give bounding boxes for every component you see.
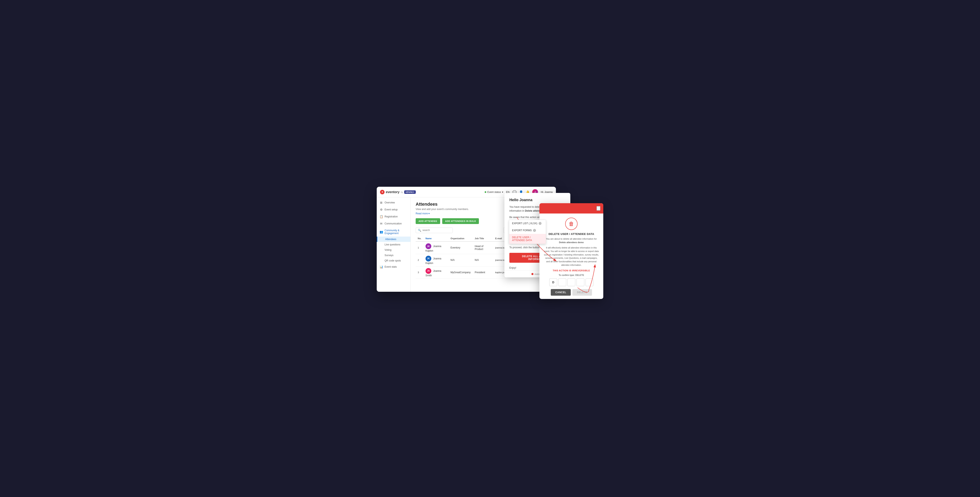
- dialog-body: 🗑 DELETE USER / ATTENDEE DATA You are ab…: [539, 213, 603, 299]
- search-input[interactable]: [422, 229, 450, 232]
- col-job-title[interactable]: Job Title: [473, 235, 493, 241]
- attendee-avatar: JS: [426, 268, 431, 274]
- sidebar-sub-label-qr-code-spots: QR code spots: [385, 259, 401, 262]
- sidebar-sub-label-voting: Voting: [385, 248, 391, 251]
- communication-icon: ✉: [380, 222, 383, 225]
- sidebar-item-overview[interactable]: ⊞ Overview: [377, 199, 410, 206]
- export-forms-item[interactable]: EXPORT FORMS ?: [509, 227, 546, 234]
- cell-name: JK Joanna Kaplon: [423, 254, 449, 266]
- cell-name: JS Joanna Smith: [423, 266, 449, 279]
- dialog-header: ✕: [539, 203, 603, 213]
- dialog-code-inputs: [544, 278, 599, 286]
- dialog-close-button[interactable]: ✕: [597, 206, 600, 211]
- sidebar-item-label-registration: Registration: [385, 215, 398, 218]
- cell-organization: Eventory: [449, 241, 473, 254]
- col-organization[interactable]: Organization: [449, 235, 473, 241]
- cell-organization: N/A: [449, 254, 473, 266]
- dialog-title: DELETE USER / ATTENDEE DATA: [544, 232, 599, 235]
- sidebar-sub-voting[interactable]: Voting: [377, 247, 410, 252]
- add-attendees-bulk-button[interactable]: ADD ATTENDEES IN BULK: [442, 218, 479, 224]
- attendee-avatar: JK: [426, 243, 431, 249]
- registration-icon: 📋: [380, 215, 383, 218]
- sidebar-sub-surveys[interactable]: Surveys: [377, 252, 410, 258]
- col-no: No.: [416, 235, 423, 241]
- sidebar-sub-qr-code-spots[interactable]: QR code spots: [377, 258, 410, 263]
- event-stats-icon: 📊: [380, 265, 383, 268]
- search-box: 🔍: [416, 227, 453, 233]
- cell-name: JK Joanna Kaplon: [423, 241, 449, 254]
- sidebar-item-communication[interactable]: ✉ Communication: [377, 220, 410, 227]
- community-icon: 👥: [380, 230, 383, 233]
- dialog-irreversible: THIS ACTION IS IRREVERSIBLE: [544, 269, 599, 272]
- sidebar: ⊞ Overview ⚙ Event setup 📋 Registration …: [377, 197, 411, 292]
- sidebar-sub-label-attendees: Attendees: [385, 238, 396, 241]
- read-more-link[interactable]: Read more ▾: [416, 212, 430, 215]
- cell-job-title: President: [473, 266, 493, 279]
- dialog-desc: It will effectively delete all attendee …: [544, 246, 599, 267]
- sidebar-item-label-event-setup: Event setup: [385, 208, 398, 211]
- event-status-label: Event status: [487, 191, 501, 194]
- col-name[interactable]: Name: [423, 235, 449, 241]
- status-dot: [485, 191, 486, 193]
- cell-no: 3: [416, 266, 423, 279]
- logo: ✦ eventory by 6BNNEX: [380, 190, 416, 194]
- sidebar-sub-live-questions[interactable]: Live questions: [377, 242, 410, 247]
- cell-job-title: N/A: [473, 254, 493, 266]
- event-status-button[interactable]: Event status ▾: [485, 191, 503, 194]
- sidebar-item-label-overview: Overview: [385, 201, 395, 204]
- logo-text: eventory: [386, 190, 399, 194]
- sidebar-item-event-setup[interactable]: ⚙ Event setup: [377, 206, 410, 213]
- export-xlsx-help-icon[interactable]: ?: [539, 222, 541, 225]
- logo-icon: ✦: [380, 190, 385, 194]
- sidebar-item-community[interactable]: 👥 Community & Engagement: [377, 227, 410, 237]
- overview-icon: ⊞: [380, 201, 383, 204]
- cancel-button[interactable]: CANCEL: [551, 289, 571, 295]
- code-input-2[interactable]: [558, 278, 566, 286]
- sidebar-item-label-event-stats: Event stats: [385, 265, 397, 268]
- code-input-4[interactable]: [576, 278, 584, 286]
- dialog-actions: CANCEL DELETE: [544, 289, 599, 295]
- export-xlsx-item[interactable]: EXPORT LIST (.XLSX) ?: [509, 220, 546, 227]
- sidebar-item-label-community: Community & Engagement: [385, 229, 407, 235]
- delete-confirm-button[interactable]: DELETE: [573, 289, 592, 295]
- cell-organization: MyGreatCompany: [449, 266, 473, 279]
- cell-no: 2: [416, 254, 423, 266]
- search-icon: 🔍: [418, 229, 421, 232]
- logo-by: by: [401, 191, 403, 193]
- logo-connex: 6BNNEX: [404, 191, 416, 194]
- dialog-confirm-label: To confirm type: DELETE: [544, 274, 599, 276]
- email-greeting: Hello Joanna: [509, 198, 565, 202]
- sidebar-sub-label-live-questions: Live questions: [385, 243, 400, 246]
- sidebar-sub-attendees[interactable]: Attendees: [377, 237, 410, 242]
- event-setup-icon: ⚙: [380, 208, 383, 211]
- code-input-3[interactable]: [568, 278, 575, 286]
- attendee-options-dropdown: EXPORT LIST (.XLSX) ? EXPORT FORMS ? DEL…: [509, 220, 546, 244]
- dialog-subtitle: You are about to delete all attendee inf…: [544, 237, 599, 244]
- sidebar-item-event-stats[interactable]: 📊 Event stats: [377, 263, 410, 270]
- dialog-trash-icon-container: 🗑: [544, 218, 599, 230]
- sidebar-item-label-communication: Communication: [385, 222, 402, 225]
- event-status-chevron: ▾: [502, 191, 503, 194]
- export-forms-help-icon[interactable]: ?: [533, 229, 536, 232]
- add-attendee-button[interactable]: ADD ATTENDEE: [416, 218, 440, 224]
- attendee-avatar: JK: [426, 256, 431, 262]
- footer-logo-dot: [531, 273, 533, 275]
- confirm-dialog: ✕ 🗑 DELETE USER / ATTENDEE DATA You are …: [539, 203, 603, 299]
- trash-icon: 🗑: [565, 218, 578, 230]
- code-input-1[interactable]: [549, 278, 557, 286]
- delete-data-item[interactable]: DELETE USER / ATTENDEE DATA: [509, 234, 546, 244]
- page-title: Attendees: [416, 202, 469, 207]
- cell-no: 1: [416, 241, 423, 254]
- sidebar-sub-label-surveys: Surveys: [385, 254, 393, 257]
- code-input-5[interactable]: [585, 278, 593, 286]
- page-subtitle: View and add your event's community memb…: [416, 208, 469, 211]
- sidebar-item-registration[interactable]: 📋 Registration: [377, 213, 410, 220]
- cell-job-title: Head of Product: [473, 241, 493, 254]
